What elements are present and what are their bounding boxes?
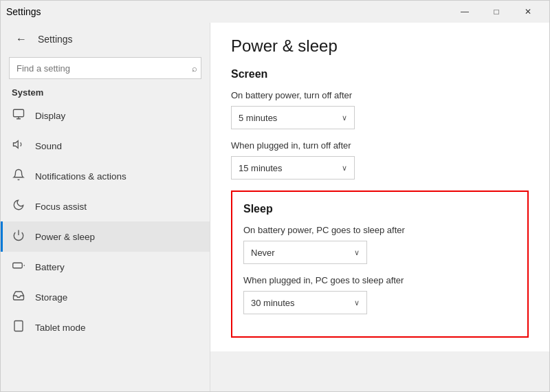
app-body: ← Settings ⌕ System DisplaySoundNotifica… <box>1 23 549 391</box>
screen-section: Screen On battery power, turn off after … <box>231 68 529 179</box>
sidebar-item-battery[interactable]: Battery <box>1 252 210 282</box>
back-button[interactable]: ← <box>12 30 31 49</box>
sidebar-item-label-display: Display <box>35 111 65 121</box>
chevron-down-icon: ∨ <box>342 113 347 122</box>
main-content: Power & sleep Screen On battery power, t… <box>210 23 549 351</box>
sidebar: ← Settings ⌕ System DisplaySoundNotifica… <box>1 23 210 391</box>
main-wrapper: Power & sleep Screen On battery power, t… <box>210 23 549 391</box>
close-button[interactable]: ✕ <box>512 1 544 23</box>
sidebar-item-display[interactable]: Display <box>1 100 210 131</box>
search-icon: ⌕ <box>192 63 197 74</box>
notifications-icon <box>12 168 25 184</box>
sidebar-item-notifications[interactable]: Notifications & actions <box>1 161 210 191</box>
sleep-battery-dropdown[interactable]: Never ∨ <box>243 241 367 264</box>
chevron-down-icon-2: ∨ <box>342 164 347 173</box>
sleep-plugged-dropdown[interactable]: 30 minutes ∨ <box>243 291 367 314</box>
sidebar-item-label-battery: Battery <box>35 262 65 272</box>
sidebar-item-label-storage: Storage <box>35 292 67 303</box>
window-title: Settings <box>6 6 41 17</box>
sidebar-header: ← Settings <box>1 23 210 53</box>
sleep-battery-label: On battery power, PC goes to sleep after <box>243 225 516 235</box>
svg-marker-1 <box>14 141 19 149</box>
tablet-icon <box>12 320 25 335</box>
sleep-section: Sleep On battery power, PC goes to sleep… <box>231 190 529 338</box>
sleep-section-title: Sleep <box>243 203 516 215</box>
sidebar-item-label-notifications: Notifications & actions <box>35 171 126 182</box>
sidebar-item-label-sound: Sound <box>35 141 62 151</box>
page-title: Power & sleep <box>231 36 529 56</box>
power-icon <box>12 229 25 244</box>
storage-icon <box>12 290 25 305</box>
title-bar: Settings — □ ✕ <box>1 1 549 23</box>
system-label: System <box>1 85 210 100</box>
screen-battery-value: 5 minutes <box>239 113 277 123</box>
sidebar-item-label-focus: Focus assist <box>35 202 87 212</box>
sleep-plugged-value: 30 minutes <box>251 298 295 308</box>
maximize-button[interactable]: □ <box>481 1 512 23</box>
screen-plugged-dropdown[interactable]: 15 minutes ∨ <box>231 156 355 179</box>
sleep-plugged-label: When plugged in, PC goes to sleep after <box>243 275 516 285</box>
sound-icon <box>12 138 25 153</box>
sidebar-item-sound[interactable]: Sound <box>1 131 210 161</box>
sidebar-item-label-power: Power & sleep <box>35 232 95 242</box>
sidebar-item-focus[interactable]: Focus assist <box>1 191 210 221</box>
title-bar-controls: — □ ✕ <box>449 1 544 23</box>
screen-battery-dropdown[interactable]: 5 minutes ∨ <box>231 106 355 129</box>
screen-battery-label: On battery power, turn off after <box>231 90 529 100</box>
svg-rect-0 <box>14 109 24 117</box>
sleep-battery-value: Never <box>251 248 275 258</box>
svg-rect-3 <box>13 263 23 268</box>
screen-plugged-value: 15 minutes <box>239 163 283 173</box>
chevron-down-icon-4: ∨ <box>354 298 360 307</box>
screen-section-title: Screen <box>231 68 529 80</box>
minimize-button[interactable]: — <box>449 1 481 23</box>
battery-icon <box>12 259 25 274</box>
title-bar-left: Settings <box>6 6 41 17</box>
sidebar-app-title: Settings <box>38 34 73 45</box>
sidebar-item-power[interactable]: Power & sleep <box>1 221 210 252</box>
sidebar-item-label-tablet: Tablet mode <box>35 323 86 333</box>
sidebar-item-tablet[interactable]: Tablet mode <box>1 312 210 342</box>
display-icon <box>12 108 25 123</box>
nav-list: DisplaySoundNotifications & actionsFocus… <box>1 100 210 342</box>
svg-rect-5 <box>14 321 23 331</box>
focus-icon <box>12 199 25 214</box>
settings-window: Settings — □ ✕ ← Settings ⌕ System Displ… <box>0 0 550 392</box>
screen-plugged-label: When plugged in, turn off after <box>231 140 529 151</box>
search-box: ⌕ <box>9 57 201 79</box>
chevron-down-icon-3: ∨ <box>354 248 360 257</box>
sidebar-item-storage[interactable]: Storage <box>1 282 210 312</box>
search-input[interactable] <box>9 57 201 79</box>
